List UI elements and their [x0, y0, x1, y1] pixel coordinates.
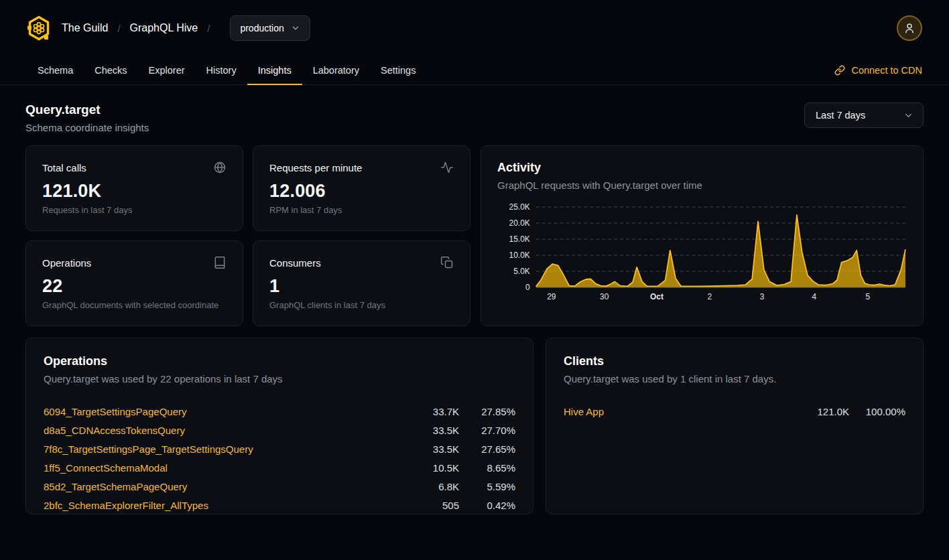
stats-and-activity-row: Total calls 121.0K Requests in last 7 da…: [25, 145, 924, 326]
client-percent: 100.00%: [849, 406, 905, 417]
svg-text:25.0K: 25.0K: [509, 202, 530, 212]
chevron-down-icon: [291, 23, 300, 33]
chevron-down-icon: [903, 111, 913, 121]
operation-percent: 8.65%: [459, 462, 515, 474]
operation-percent: 27.85%: [459, 406, 515, 417]
operation-percent: 5.59%: [459, 481, 515, 492]
client-count: 121.0K: [801, 406, 849, 417]
operation-link[interactable]: d8a5_CDNAccessTokensQuery: [44, 425, 411, 436]
page-title: Query.target: [25, 102, 149, 117]
stat-description: RPM in last 7 days: [269, 205, 454, 215]
stat-value: 12.006: [269, 181, 454, 202]
page-head-text: Query.target Schema coordinate insights: [25, 102, 149, 133]
tab-settings[interactable]: Settings: [370, 56, 426, 84]
environment-select-value: production: [240, 23, 283, 33]
tab-history[interactable]: History: [196, 56, 247, 84]
environment-select[interactable]: production: [230, 15, 310, 41]
clients-subtitle: Query.target was used by 1 client in las…: [564, 373, 905, 384]
operations-list-card: Operations Query.target was used by 22 o…: [25, 338, 533, 514]
breadcrumb-project[interactable]: GraphQL Hive: [130, 22, 198, 34]
tab-laboratory[interactable]: Laboratory: [302, 56, 370, 84]
date-range-value: Last 7 days: [816, 110, 865, 121]
activity-chart: 25.0K20.0K15.0K10.0K5.0K02930Oct2345: [497, 200, 907, 309]
operations-list: 6094_TargetSettingsPageQuery 33.7K 27.85…: [44, 402, 515, 514]
operation-link[interactable]: 7f8c_TargetSettingsPage_TargetSettingsQu…: [44, 443, 411, 455]
table-row: d8a5_CDNAccessTokensQuery 33.5K 27.70%: [44, 421, 515, 439]
stat-value: 1: [269, 276, 454, 297]
stat-label: Consumers: [269, 257, 321, 269]
tab-checks[interactable]: Checks: [84, 56, 137, 84]
svg-text:20.0K: 20.0K: [509, 218, 530, 228]
operation-count: 33.5K: [411, 425, 459, 436]
operations-subtitle: Query.target was used by 22 operations i…: [44, 373, 515, 384]
header-top-row: The Guild / GraphQL Hive / production: [27, 0, 922, 56]
operations-title: Operations: [44, 354, 515, 368]
clients-list: Hive App 121.0K 100.00%: [564, 402, 905, 421]
user-avatar[interactable]: [897, 15, 922, 41]
tab-insights[interactable]: Insights: [247, 56, 302, 84]
stat-description: Requests in last 7 days: [42, 205, 227, 215]
date-range-select[interactable]: Last 7 days: [804, 102, 924, 128]
stat-value: 22: [42, 276, 227, 297]
svg-text:10.0K: 10.0K: [509, 251, 530, 260]
breadcrumb-separator: /: [117, 23, 120, 34]
stat-label: Total calls: [42, 162, 86, 173]
main-nav: Schema Checks Explorer History Insights …: [27, 56, 922, 84]
svg-text:5: 5: [865, 292, 870, 301]
globe-icon: [213, 161, 227, 174]
stats-grid: Total calls 121.0K Requests in last 7 da…: [25, 145, 470, 326]
operation-link[interactable]: 1ff5_ConnectSchemaModal: [44, 462, 411, 474]
operation-link[interactable]: 2bfc_SchemaExplorerFilter_AllTypes: [44, 500, 411, 511]
main-content: Query.target Schema coordinate insights …: [0, 102, 949, 514]
operation-link[interactable]: 85d2_TargetSchemaPageQuery: [44, 481, 411, 492]
page-head: Query.target Schema coordinate insights …: [25, 102, 924, 133]
hive-logo-icon[interactable]: [27, 15, 51, 42]
table-row: 6094_TargetSettingsPageQuery 33.7K 27.85…: [44, 402, 515, 421]
svg-text:15.0K: 15.0K: [509, 234, 530, 244]
table-row: Hive App 121.0K 100.00%: [564, 402, 905, 421]
app-header: The Guild / GraphQL Hive / production Sc…: [0, 0, 949, 85]
activity-icon: [440, 161, 454, 174]
clients-list-card: Clients Query.target was used by 1 clien…: [546, 338, 924, 514]
stat-label: Operations: [42, 257, 91, 269]
stat-value: 121.0K: [42, 181, 227, 202]
operation-link[interactable]: 6094_TargetSettingsPageQuery: [44, 406, 411, 417]
operation-count: 33.5K: [411, 443, 459, 455]
operation-percent: 27.70%: [459, 425, 515, 436]
user-icon: [903, 22, 915, 34]
table-row: 7f8c_TargetSettingsPage_TargetSettingsQu…: [44, 439, 515, 458]
operation-percent: 27.65%: [459, 443, 515, 455]
operation-count: 10.5K: [411, 462, 459, 474]
operation-count: 33.7K: [411, 406, 459, 417]
consumers-card: Consumers 1 GraphQL clients in last 7 da…: [253, 240, 470, 326]
operation-count: 6.8K: [411, 481, 459, 492]
requests-per-minute-card: Requests per minute 12.006 RPM in last 7…: [253, 145, 470, 231]
svg-text:Oct: Oct: [650, 292, 663, 301]
total-calls-card: Total calls 121.0K Requests in last 7 da…: [25, 145, 243, 231]
svg-text:3: 3: [760, 292, 765, 301]
page-subtitle: Schema coordinate insights: [25, 122, 149, 133]
connect-to-cdn-link[interactable]: Connect to CDN: [834, 56, 922, 84]
svg-text:4: 4: [812, 292, 817, 301]
activity-title: Activity: [497, 161, 907, 175]
nav-spacer: [426, 56, 834, 84]
stat-description: GraphQL documents with selected coordina…: [42, 300, 227, 310]
svg-text:5.0K: 5.0K: [513, 267, 530, 276]
operation-count: 505: [411, 500, 459, 511]
client-link[interactable]: Hive App: [564, 406, 801, 417]
tab-schema[interactable]: Schema: [27, 56, 84, 84]
tab-explorer[interactable]: Explorer: [138, 56, 196, 84]
clients-title: Clients: [564, 354, 905, 368]
copy-icon: [440, 256, 454, 269]
stat-description: GraphQL clients in last 7 days: [269, 300, 454, 310]
table-row: 1ff5_ConnectSchemaModal 10.5K 8.65%: [44, 458, 515, 477]
svg-text:29: 29: [547, 292, 556, 301]
connect-to-cdn-label: Connect to CDN: [851, 65, 922, 76]
link-icon: [834, 65, 845, 76]
operations-and-clients-row: Operations Query.target was used by 22 o…: [25, 338, 924, 514]
activity-subtitle: GraphQL requests with Query.target over …: [497, 180, 907, 191]
activity-chart-card: Activity GraphQL requests with Query.tar…: [481, 145, 924, 326]
activity-chart-wrap: 25.0K20.0K15.0K10.0K5.0K02930Oct2345: [497, 200, 907, 309]
operations-card: Operations 22 GraphQL documents with sel…: [25, 240, 243, 326]
breadcrumb-org[interactable]: The Guild: [62, 22, 108, 34]
